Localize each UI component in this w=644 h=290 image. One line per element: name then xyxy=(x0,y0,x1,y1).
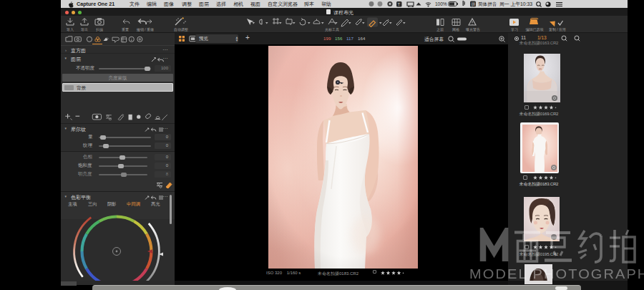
svg-text:T: T xyxy=(398,2,401,6)
svg-text:拼: 拼 xyxy=(472,2,476,6)
svg-text:100%: 100% xyxy=(435,1,447,6)
